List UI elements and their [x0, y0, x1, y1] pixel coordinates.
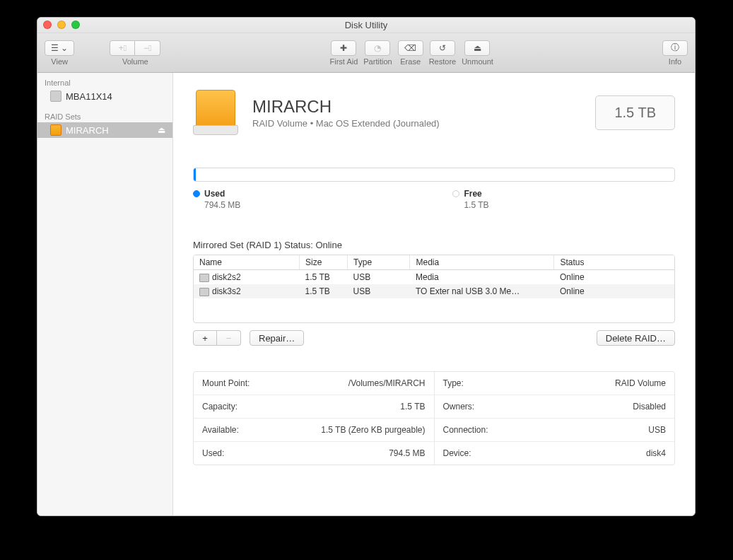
legend-free-label: Free — [464, 189, 481, 199]
eject-icon[interactable]: ⏏ — [158, 125, 165, 135]
toolbar-erase-group: ⌫ Erase — [398, 40, 423, 66]
legend-used: Used — [193, 189, 240, 199]
col-type[interactable]: Type — [348, 255, 410, 270]
main-content: MIRARCH RAID Volume • Mac OS Extended (J… — [173, 73, 695, 515]
table-row[interactable]: disk3s2 1.5 TB USB TO Exter nal USB 3.0 … — [194, 284, 674, 298]
volume-header: MIRARCH RAID Volume • Mac OS Extended (J… — [173, 73, 695, 142]
delete-raid-button[interactable]: Delete RAID… — [597, 330, 675, 346]
info-used: Used:794.5 MB — [194, 442, 434, 465]
legend-used-value: 794.5 MB — [193, 200, 240, 210]
col-status[interactable]: Status — [554, 255, 674, 270]
chevron-down-icon: ⌄ — [61, 43, 68, 53]
volume-name: MIRARCH — [252, 97, 581, 117]
unmount-label: Unmount — [462, 57, 493, 66]
info-icon: ⓘ — [671, 42, 679, 54]
info-grid: Mount Point:/Volumes/MIRARCH Capacity:1.… — [193, 371, 675, 465]
sidebar-item-mirarch[interactable]: MIRARCH ⏏ — [37, 122, 172, 138]
traffic-lights — [43, 21, 80, 29]
col-media[interactable]: Media — [410, 255, 554, 270]
sidebar-section-internal: Internal — [37, 77, 172, 88]
partition-label: Partition — [363, 57, 392, 66]
usage-bar — [193, 168, 675, 182]
volume-subtitle: RAID Volume • Mac OS Extended (Journaled… — [252, 118, 581, 129]
zoom-button[interactable] — [71, 21, 80, 29]
info-capacity: Capacity:1.5 TB — [194, 395, 434, 419]
toolbar-view-group: ☰ ⌄ View — [45, 40, 74, 66]
erase-icon: ⌫ — [404, 43, 416, 53]
legend-free: Free — [452, 189, 488, 199]
volume-add-button[interactable]: +⃝ — [110, 40, 135, 56]
info-label: Info — [669, 57, 681, 66]
toolbar-unmount-group: ⏏ Unmount — [462, 40, 493, 66]
restore-label: Restore — [429, 57, 457, 66]
view-button[interactable]: ☰ ⌄ — [45, 40, 74, 56]
add-remove-segment: + − — [193, 330, 241, 346]
window-title: Disk Utility — [345, 20, 388, 30]
titlebar: Disk Utility — [37, 18, 695, 33]
minus-icon: −⃝ — [143, 43, 151, 53]
toolbar-firstaid-group: ✚ First Aid — [330, 40, 358, 66]
first-aid-label: First Aid — [330, 57, 358, 66]
info-button[interactable]: ⓘ — [662, 40, 688, 56]
info-type: Type:RAID Volume — [435, 372, 675, 395]
minimize-button[interactable] — [57, 21, 66, 29]
stethoscope-icon: ✚ — [340, 43, 347, 53]
window: Disk Utility ☰ ⌄ View +⃝ −⃝ Volume ✚ Fir… — [37, 17, 696, 516]
usage-section: Used 794.5 MB Free 1.5 TB — [173, 142, 695, 216]
sidebar: Internal MBA11X14 RAID Sets MIRARCH ⏏ — [37, 73, 173, 515]
table-row[interactable]: disk2s2 1.5 TB USB Media Online — [194, 270, 674, 285]
legend-used-label: Used — [204, 189, 225, 199]
body: Internal MBA11X14 RAID Sets MIRARCH ⏏ — [37, 73, 695, 515]
add-disk-button[interactable]: + — [193, 330, 217, 346]
volume-icon — [50, 124, 61, 136]
col-size[interactable]: Size — [300, 255, 348, 270]
info-available: Available:1.5 TB (Zero KB purgeable) — [194, 419, 434, 442]
disk-icon — [199, 288, 209, 296]
sidebar-item-label: MBA11X14 — [66, 91, 112, 102]
volume-size-badge: 1.5 TB — [595, 95, 675, 130]
first-aid-button[interactable]: ✚ — [331, 40, 356, 56]
volume-label: Volume — [122, 57, 148, 66]
erase-label: Erase — [400, 57, 421, 66]
info-left-column: Mount Point:/Volumes/MIRARCH Capacity:1.… — [194, 372, 435, 465]
toolbar-partition-group: ◔ Partition — [363, 40, 392, 66]
toolbar-restore-group: ↺ Restore — [429, 40, 457, 66]
sidebar-item-label: MIRARCH — [66, 125, 109, 136]
usage-legend: Used 794.5 MB Free 1.5 TB — [193, 189, 675, 210]
view-label: View — [51, 57, 68, 66]
swatch-free — [452, 190, 459, 197]
pie-icon: ◔ — [374, 43, 381, 53]
info-mount-point: Mount Point:/Volumes/MIRARCH — [194, 372, 434, 395]
raid-status-line: Mirrored Set (RAID 1) Status: Online — [173, 240, 695, 250]
toolbar: ☰ ⌄ View +⃝ −⃝ Volume ✚ First Aid ◔ Part… — [37, 33, 695, 73]
info-device: Device:disk4 — [435, 442, 675, 465]
restore-button[interactable]: ↺ — [430, 40, 455, 56]
swatch-used — [193, 190, 200, 197]
legend-free-value: 1.5 TB — [452, 200, 488, 210]
drive-icon — [50, 91, 61, 102]
unmount-button[interactable]: ⏏ — [464, 40, 490, 56]
sidebar-section-raid: RAID Sets — [37, 111, 172, 122]
eject-icon: ⏏ — [474, 43, 481, 53]
repair-button[interactable]: Repair… — [250, 330, 304, 346]
sidebar-item-mba11x14[interactable]: MBA11X14 — [37, 88, 172, 104]
info-connection: Connection:USB — [435, 419, 675, 442]
toolbar-info-group: ⓘ Info — [662, 40, 688, 66]
info-owners: Owners:Disabled — [435, 395, 675, 419]
raid-buttons: + − Repair… Delete RAID… — [173, 330, 695, 346]
disk-icon — [199, 274, 209, 282]
toolbar-volume-group: +⃝ −⃝ Volume — [110, 40, 160, 66]
sidebar-icon: ☰ — [51, 43, 59, 53]
raid-table: Name Size Type Media Status disk2s2 1.5 … — [193, 255, 675, 323]
volume-remove-button[interactable]: −⃝ — [135, 40, 160, 56]
remove-disk-button[interactable]: − — [217, 330, 241, 346]
info-right-column: Type:RAID Volume Owners:Disabled Connect… — [435, 372, 675, 465]
close-button[interactable] — [43, 21, 52, 29]
volume-large-icon — [193, 90, 238, 135]
restore-icon: ↺ — [439, 43, 446, 53]
erase-button[interactable]: ⌫ — [398, 40, 423, 56]
plus-icon: +⃝ — [119, 43, 127, 53]
partition-button[interactable]: ◔ — [365, 40, 390, 56]
col-name[interactable]: Name — [194, 255, 300, 270]
usage-bar-used — [194, 168, 196, 181]
